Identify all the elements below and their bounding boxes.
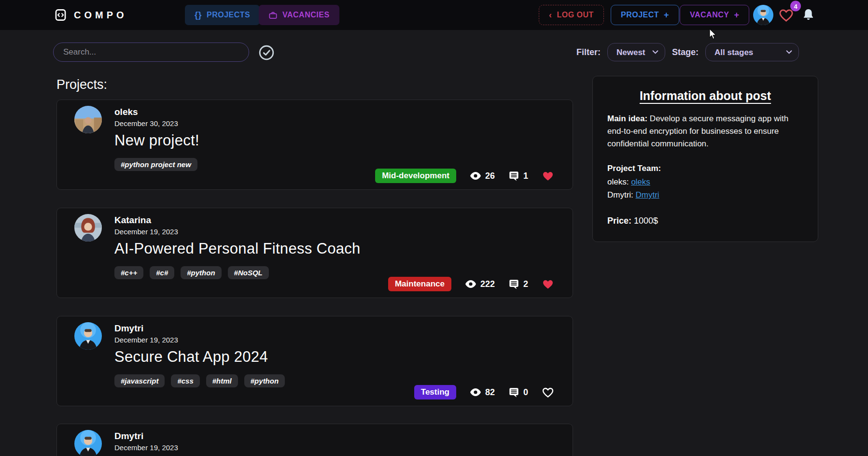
add-vacancy-button[interactable]: VACANCY + <box>680 5 749 25</box>
author-avatar[interactable] <box>74 106 102 133</box>
author-name[interactable]: Dmytri <box>114 431 143 442</box>
project-card[interactable]: Dmytri December 19, 2023 Secure Chat App… <box>56 316 573 406</box>
author-name[interactable]: Katarina <box>114 215 151 226</box>
project-card[interactable]: Dmytri December 19, 2023 <box>56 424 573 456</box>
favorites-count-badge: 4 <box>790 1 801 12</box>
post-date: December 30, 2023 <box>114 119 178 128</box>
brand-logo[interactable]: COMPO <box>54 9 127 22</box>
project-card[interactable]: oleks December 30, 2023 New project! #py… <box>56 100 573 190</box>
card-stats-row: Testing 82 0 <box>414 385 554 399</box>
card-stats-row: Maintenance 222 2 <box>388 277 554 291</box>
author-avatar-image <box>74 322 102 350</box>
heart-icon <box>542 278 554 290</box>
author-avatar-image <box>74 214 102 242</box>
sort-select[interactable]: Newest <box>607 43 665 61</box>
comments-count: 0 <box>523 387 528 398</box>
stage-select[interactable]: All stages <box>705 43 799 61</box>
post-date: December 19, 2023 <box>114 336 178 344</box>
vacancies-nav-label: VACANCIES <box>282 11 330 19</box>
page-title: Projects: <box>56 77 107 92</box>
tag: #css <box>171 374 199 387</box>
author-avatar[interactable] <box>74 322 102 350</box>
projects-nav-button[interactable]: {} PROJECTS <box>185 5 260 25</box>
team-member-row: oleks: oleks <box>607 176 803 188</box>
views-count: 26 <box>485 171 495 181</box>
tag: #c# <box>150 266 174 279</box>
team-member-name: oleks: <box>607 177 631 186</box>
logout-button[interactable]: ‹ LOG OUT <box>539 5 604 25</box>
mouse-cursor <box>709 29 717 40</box>
logout-label: LOG OUT <box>557 11 594 19</box>
team-label: Project Team: <box>607 162 803 175</box>
stage-label: Stage: <box>672 47 699 57</box>
comment-icon <box>508 279 519 289</box>
back-arrow-icon: ‹ <box>549 10 552 20</box>
main-idea-label: Main idea: <box>607 114 647 123</box>
post-date: December 19, 2023 <box>114 228 178 236</box>
add-vacancy-label: VACANCY <box>690 11 729 19</box>
team-member-name: Dmytri: <box>607 190 636 200</box>
info-panel-title: Information about post <box>607 89 803 103</box>
tag-list: #python project new <box>114 158 197 171</box>
team-member-link[interactable]: Dmytri <box>636 190 659 200</box>
heart-icon <box>542 170 554 182</box>
tag-list: #javascript #css #html #python <box>114 374 285 387</box>
comments-count: 2 <box>523 279 528 289</box>
comments-stat: 2 <box>508 279 528 289</box>
views-count: 222 <box>480 279 495 289</box>
add-project-button[interactable]: PROJECT + <box>611 5 679 25</box>
project-card[interactable]: Katarina December 19, 2023 AI-Powered Pe… <box>56 208 573 298</box>
favorites-heart-button[interactable]: 4 <box>778 8 794 23</box>
comments-count: 1 <box>523 171 528 181</box>
brand-name: COMPO <box>74 10 127 21</box>
like-button[interactable] <box>542 170 554 182</box>
eye-icon <box>465 280 476 288</box>
projects-nav-label: PROJECTS <box>207 11 250 19</box>
author-name[interactable]: Dmytri <box>114 323 143 334</box>
team-member-row: Dmytri: Dmytri <box>607 189 803 201</box>
comment-icon <box>508 171 519 181</box>
stage-badge: Mid-development <box>375 169 456 183</box>
views-stat: 222 <box>465 279 495 289</box>
project-team-block: Project Team: oleks: oleks Dmytri: Dmytr… <box>607 162 803 201</box>
code-braces-icon: {} <box>195 10 202 20</box>
tag: #python <box>244 374 285 387</box>
bell-icon <box>802 8 815 22</box>
like-button[interactable] <box>542 278 554 290</box>
author-avatar[interactable] <box>74 430 102 456</box>
comment-icon <box>508 387 519 398</box>
check-circle-icon <box>258 44 275 61</box>
plus-icon: + <box>734 10 739 20</box>
views-count: 82 <box>485 387 495 398</box>
sort-select-wrap: Newest <box>607 43 665 61</box>
vacancies-nav-button[interactable]: VACANCIES <box>259 5 339 25</box>
project-title[interactable]: AI-Powered Personal Fitness Coach <box>114 240 361 257</box>
team-member-link[interactable]: oleks <box>631 177 650 186</box>
tag: #c++ <box>114 266 143 279</box>
card-stats-row: Mid-development 26 1 <box>375 169 554 183</box>
price-row: Price: 1000$ <box>607 216 803 226</box>
author-avatar-image <box>74 430 102 456</box>
author-name[interactable]: oleks <box>114 107 138 117</box>
like-button[interactable] <box>542 386 554 398</box>
code-window-icon <box>54 9 67 22</box>
top-nav: COMPO {} PROJECTS VACANCIES ‹ LOG OUT <box>0 0 868 30</box>
views-stat: 26 <box>470 171 495 181</box>
main-idea-paragraph: Main idea: Develop a secure messaging ap… <box>607 113 803 150</box>
search-input[interactable] <box>53 43 249 62</box>
comments-stat: 1 <box>508 171 528 181</box>
tag: #python <box>181 266 221 279</box>
tag: #javascript <box>114 374 165 387</box>
tag: #python project new <box>114 158 197 171</box>
views-stat: 82 <box>470 387 495 398</box>
stage-badge: Testing <box>414 385 456 399</box>
project-title[interactable]: New project! <box>114 132 199 149</box>
author-avatar[interactable] <box>74 214 102 242</box>
post-info-panel: Information about post Main idea: Develo… <box>592 76 818 242</box>
eye-icon <box>470 388 481 397</box>
notifications-bell-button[interactable] <box>802 8 815 22</box>
search-submit-button[interactable] <box>258 44 275 61</box>
briefcase-icon <box>268 11 278 20</box>
user-avatar[interactable] <box>753 5 773 25</box>
project-title[interactable]: Secure Chat App 2024 <box>114 348 268 366</box>
